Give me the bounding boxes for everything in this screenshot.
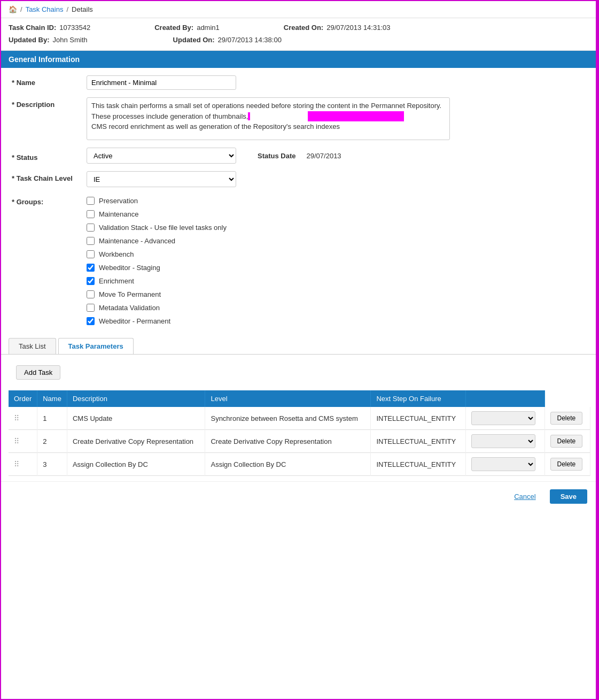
group-checkbox-9[interactable] bbox=[87, 317, 95, 325]
desc-line2-pre: These processes include generation of th… bbox=[91, 112, 248, 120]
right-accent bbox=[596, 1, 598, 699]
task-table: OrderNameDescriptionLevelNext Step On Fa… bbox=[9, 390, 590, 476]
add-task-button[interactable]: Add Task bbox=[16, 365, 60, 380]
status-date-value: 29/07/2013 bbox=[307, 152, 341, 160]
row-next-step bbox=[466, 430, 544, 453]
table-column-header: Name bbox=[37, 390, 67, 407]
group-label-5: Webeditor - Staging bbox=[99, 264, 160, 272]
save-button[interactable]: Save bbox=[550, 489, 587, 504]
group-checkbox-4[interactable] bbox=[87, 250, 95, 258]
name-input[interactable] bbox=[87, 75, 236, 90]
desc-line3: CMS record enrichment as well as generat… bbox=[91, 122, 340, 130]
group-label-6: Enrichment bbox=[99, 277, 134, 285]
task-chain-id-label: Task Chain ID: bbox=[9, 24, 56, 32]
group-label-4: Workbench bbox=[99, 250, 134, 258]
group-checkbox-5[interactable] bbox=[87, 264, 95, 272]
task-chain-level-label: * Task Chain Level bbox=[12, 171, 87, 182]
drag-handle[interactable]: ⠿ bbox=[9, 430, 37, 453]
group-label-1: Maintenance bbox=[99, 210, 138, 218]
row-next-step bbox=[466, 453, 544, 476]
next-step-select-2[interactable] bbox=[471, 457, 535, 471]
checkbox-item: Validation Stack - Use file level tasks … bbox=[87, 224, 227, 232]
home-icon[interactable]: 🏠 bbox=[9, 5, 17, 13]
group-label-8: Metadata Validation bbox=[99, 304, 160, 312]
checkbox-item: Webeditor - Permanent bbox=[87, 317, 227, 325]
row-next-step bbox=[466, 407, 544, 430]
row-order: 2 bbox=[37, 430, 67, 453]
checkbox-item: Enrichment bbox=[87, 277, 227, 285]
checkbox-item: Maintenance - Advanced bbox=[87, 237, 227, 245]
table-body: ⠿1CMS UpdateSynchronize between Rosetta … bbox=[9, 407, 590, 476]
description-label: * Description bbox=[12, 97, 87, 109]
drag-handle[interactable]: ⠿ bbox=[9, 453, 37, 476]
status-date-group: Status Date 29/07/2013 bbox=[258, 152, 341, 160]
row-order: 1 bbox=[37, 407, 67, 430]
group-checkbox-0[interactable] bbox=[87, 197, 95, 205]
group-checkbox-1[interactable] bbox=[87, 210, 95, 218]
checkbox-item: Metadata Validation bbox=[87, 304, 227, 312]
row-level: INTELLECTUAL_ENTITY bbox=[371, 430, 466, 453]
groups-row: * Groups: PreservationMaintenanceValidat… bbox=[12, 195, 587, 325]
updated-on-value: 29/07/2013 14:38:00 bbox=[218, 36, 282, 44]
row-delete-cell: Delete bbox=[544, 430, 590, 453]
tab-task-list[interactable]: Task List bbox=[9, 338, 56, 354]
add-task-area: Add Task bbox=[1, 355, 598, 390]
description-field[interactable]: This task chain performs a small set of … bbox=[87, 97, 450, 140]
delete-button-2[interactable]: Delete bbox=[550, 458, 583, 471]
table-column-header: Next Step On Failure bbox=[371, 390, 466, 407]
created-by-value: admin1 bbox=[197, 24, 220, 32]
tab-task-parameters[interactable]: Task Parameters bbox=[58, 338, 134, 354]
description-row: * Description This task chain performs a… bbox=[12, 97, 587, 140]
row-delete-cell: Delete bbox=[544, 453, 590, 476]
task-chain-level-row: * Task Chain Level IE FILE bbox=[12, 171, 587, 187]
row-name: Assign Collection By DC bbox=[67, 453, 205, 476]
status-date-label: Status Date bbox=[258, 152, 296, 160]
task-chain-id-value: 10733542 bbox=[59, 24, 90, 32]
row-order: 3 bbox=[37, 453, 67, 476]
cancel-button[interactable]: Cancel bbox=[505, 489, 544, 504]
status-row: * Status Active Inactive Status Date 29/… bbox=[12, 148, 587, 164]
row-description: Synchronize between Rosetta and CMS syst… bbox=[205, 407, 371, 430]
created-by-label: Created By: bbox=[154, 24, 193, 32]
updated-on-label: Updated On: bbox=[173, 36, 215, 44]
group-label-0: Preservation bbox=[99, 197, 138, 205]
created-on-label: Created On: bbox=[284, 24, 323, 32]
status-label: * Status bbox=[12, 150, 87, 161]
group-label-2: Validation Stack - Use file level tasks … bbox=[99, 224, 227, 232]
group-checkbox-6[interactable] bbox=[87, 277, 95, 285]
breadcrumb-task-chains[interactable]: Task Chains bbox=[26, 5, 64, 13]
desc-line1: This task chain performs a small set of … bbox=[91, 102, 441, 110]
delete-button-1[interactable]: Delete bbox=[550, 435, 583, 448]
checkbox-item: Maintenance bbox=[87, 210, 227, 218]
tabs-row: Task ListTask Parameters bbox=[1, 338, 598, 355]
row-description: Create Derivative Copy Representation bbox=[205, 430, 371, 453]
task-chain-level-select[interactable]: IE FILE bbox=[87, 171, 236, 187]
drag-handle-icon: ⠿ bbox=[14, 414, 19, 422]
group-checkbox-8[interactable] bbox=[87, 304, 95, 312]
group-checkbox-3[interactable] bbox=[87, 237, 95, 245]
next-step-select-1[interactable] bbox=[471, 434, 535, 448]
checkbox-item: Preservation bbox=[87, 197, 227, 205]
checkbox-item: Webeditor - Staging bbox=[87, 264, 227, 272]
row-description: Assign Collection By DC bbox=[205, 453, 371, 476]
row-name: Create Derivative Copy Representation bbox=[67, 430, 205, 453]
name-row: * Name bbox=[12, 75, 587, 90]
delete-button-0[interactable]: Delete bbox=[550, 412, 583, 425]
breadcrumb-details: Details bbox=[72, 5, 93, 13]
next-step-select-0[interactable] bbox=[471, 411, 535, 425]
metadata-row: Task Chain ID: 10733542 Created By: admi… bbox=[1, 18, 598, 51]
table-column-header: Description bbox=[67, 390, 205, 407]
group-label-9: Webeditor - Permanent bbox=[99, 317, 170, 325]
drag-handle[interactable]: ⠿ bbox=[9, 407, 37, 430]
desc-line2-highlight bbox=[248, 112, 250, 120]
name-label: * Name bbox=[12, 75, 87, 87]
breadcrumb: 🏠 / Task Chains / Details bbox=[1, 1, 598, 18]
group-checkbox-2[interactable] bbox=[87, 224, 95, 232]
table-row: ⠿2Create Derivative Copy RepresentationC… bbox=[9, 430, 590, 453]
status-select[interactable]: Active Inactive bbox=[87, 148, 236, 164]
group-label-3: Maintenance - Advanced bbox=[99, 237, 175, 245]
group-checkbox-7[interactable] bbox=[87, 290, 95, 298]
table-column-header: Level bbox=[205, 390, 371, 407]
created-on-value: 29/07/2013 14:31:03 bbox=[326, 24, 390, 32]
row-level: INTELLECTUAL_ENTITY bbox=[371, 453, 466, 476]
